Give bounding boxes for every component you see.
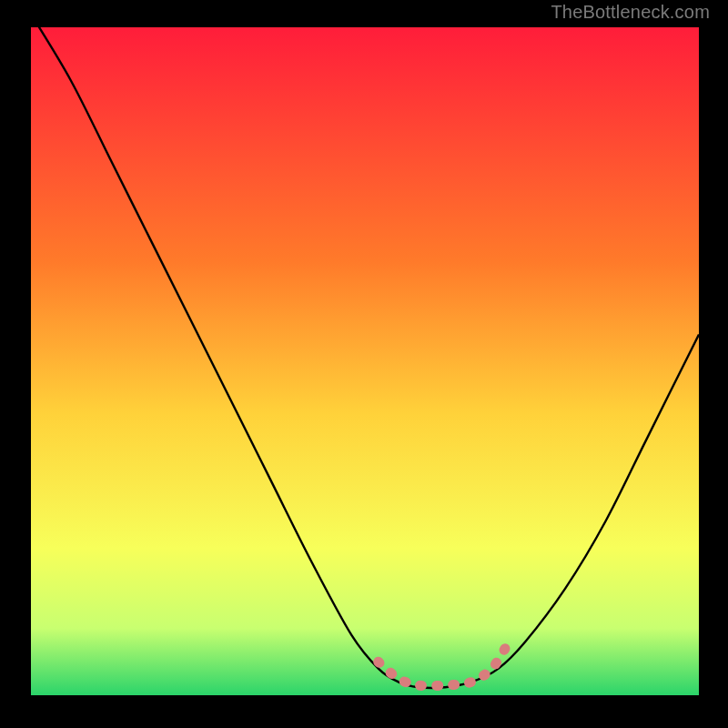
gradient-background <box>31 27 699 695</box>
plot-area <box>31 27 699 695</box>
watermark-text: TheBottleneck.com <box>551 2 710 23</box>
chart-stage: TheBottleneck.com <box>0 0 728 728</box>
chart-svg <box>31 27 699 695</box>
